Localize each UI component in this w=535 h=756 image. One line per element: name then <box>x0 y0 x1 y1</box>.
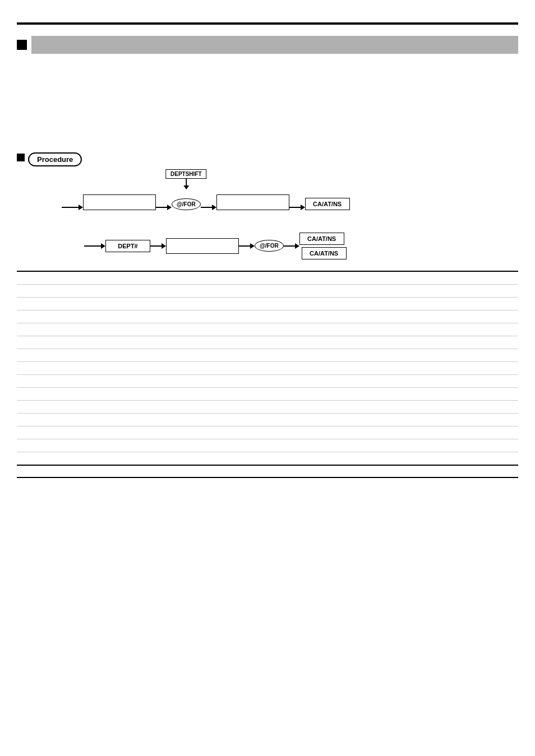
content-line-5 <box>17 124 518 136</box>
content-line-2 <box>17 80 518 91</box>
table-cell-right <box>257 349 518 361</box>
table-cell-right <box>257 297 518 310</box>
content-line-1 <box>17 65 518 76</box>
at-for-key-2: @/FOR <box>255 240 284 252</box>
table-cell-right <box>257 336 518 349</box>
section-header <box>17 36 518 54</box>
arrow-from-atfor <box>201 205 216 210</box>
procedure-section: Procedure DEPTSHIFT <box>17 152 518 259</box>
table-cell-left <box>17 297 257 310</box>
table-section <box>17 271 518 466</box>
arrow-to-atfor-2 <box>239 243 255 249</box>
table-cell-right <box>257 452 518 465</box>
table-cell-right <box>257 323 518 336</box>
table-cell-left <box>17 374 257 387</box>
ca-at-ns-box-2: CA/AT/NS <box>299 233 344 245</box>
table-cell-right <box>257 400 518 413</box>
deptshift-down-arrow <box>186 179 187 189</box>
section-header-bar <box>31 36 518 54</box>
table-row <box>17 323 518 336</box>
top-border <box>17 22 518 25</box>
table-row <box>17 271 518 285</box>
ca-at-ns-box-3: CA/AT/NS <box>302 247 347 259</box>
table-row-last <box>17 452 518 465</box>
table-cell-right <box>257 374 518 387</box>
procedure-badge: Procedure <box>28 152 82 166</box>
table-row <box>17 413 518 426</box>
table-cell-left <box>17 439 257 452</box>
table-cell-left <box>17 387 257 400</box>
table-row <box>17 349 518 361</box>
black-square-small-icon <box>17 154 25 161</box>
table-cell-right <box>257 271 518 285</box>
input-box-1 <box>83 194 156 210</box>
table-cell-left <box>17 400 257 413</box>
start-arrow <box>62 205 83 210</box>
table-row <box>17 310 518 323</box>
table-cell-left <box>17 452 257 465</box>
arrow-to-atfor <box>156 205 172 210</box>
table-row <box>17 374 518 387</box>
table-cell-left <box>17 349 257 361</box>
black-square-icon <box>17 40 27 50</box>
flow-diagram-1: DEPTSHIFT @/FOR CA/AT/NS <box>28 172 518 259</box>
table-cell-left <box>17 310 257 323</box>
ca-at-ns-box-1: CA/AT/NS <box>305 198 350 210</box>
bottom-border <box>17 477 518 478</box>
table-row <box>17 361 518 374</box>
content-line-4 <box>17 109 518 120</box>
table-cell-left <box>17 336 257 349</box>
table-row <box>17 284 518 297</box>
table-row <box>17 400 518 413</box>
table-cell-right <box>257 387 518 400</box>
input-box-2 <box>216 194 289 210</box>
table-cell-right <box>257 426 518 439</box>
table-cell-right <box>257 310 518 323</box>
at-for-key-1: @/FOR <box>172 198 201 210</box>
table-cell-left <box>17 413 257 426</box>
dept-box: DEPT# <box>105 240 150 252</box>
table-cell-right <box>257 413 518 426</box>
table-cell-left <box>17 361 257 374</box>
note-table <box>17 271 518 466</box>
input-box-3 <box>166 238 239 254</box>
arrow-to-caatns-1 <box>289 205 305 210</box>
table-cell-right <box>257 361 518 374</box>
content-line-3 <box>17 95 518 106</box>
table-cell-left <box>17 284 257 297</box>
deptshift-box: DEPTSHIFT <box>165 169 207 179</box>
table-cell-left <box>17 271 257 285</box>
table-cell-right <box>257 439 518 452</box>
procedure-label-row: Procedure <box>17 152 518 166</box>
table-row <box>17 336 518 349</box>
table-row <box>17 387 518 400</box>
table-cell-right <box>257 284 518 297</box>
table-row <box>17 297 518 310</box>
table-row <box>17 426 518 439</box>
content-area <box>17 65 518 136</box>
arrow-to-caatns-2 <box>284 243 299 249</box>
start-arrow-2 <box>84 243 105 249</box>
table-cell-left <box>17 323 257 336</box>
table-row <box>17 439 518 452</box>
arrow-after-dept <box>150 243 166 249</box>
table-cell-left <box>17 426 257 439</box>
